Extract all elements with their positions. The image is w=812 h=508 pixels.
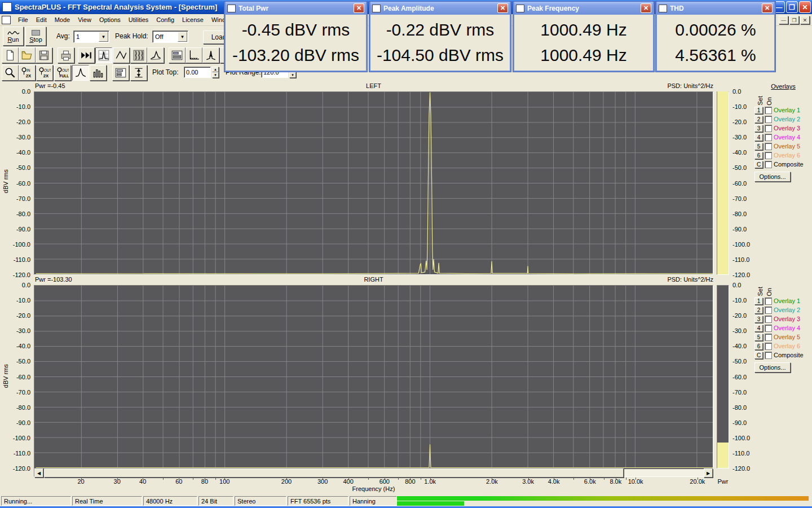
overlay-checkbox-4[interactable]	[765, 134, 772, 141]
meter-value-line2: 4.56361 %	[675, 42, 756, 68]
menu-license[interactable]: License	[178, 15, 208, 25]
stop-button[interactable]: Stop	[25, 27, 46, 46]
close-icon[interactable]: ✕	[354, 3, 364, 13]
overlay-label: Overlay 6	[774, 343, 800, 349]
avg-select[interactable]: 1 ▼	[73, 30, 109, 43]
peak-marker-icon	[205, 49, 217, 62]
overlay-checkbox-3[interactable]	[765, 125, 772, 132]
waveform-icon	[516, 5, 524, 12]
peak-marker-button[interactable]	[202, 47, 219, 63]
chevron-down-icon[interactable]: ▼	[178, 32, 187, 42]
waveform-view-button[interactable]	[113, 47, 130, 63]
overlay-checkbox-3[interactable]	[765, 316, 772, 323]
mdi-minimize-icon[interactable]: —	[779, 16, 788, 24]
print-button[interactable]	[58, 47, 74, 63]
zoom-out-2x-button[interactable]: OUT2X	[36, 65, 53, 81]
zoom-out-full-button[interactable]: OUTFULL	[54, 65, 71, 81]
overlay-checkbox-4[interactable]	[765, 325, 772, 332]
control-panel-button[interactable]	[169, 47, 186, 63]
scrollbar-thumb[interactable]	[44, 468, 624, 478]
run-button[interactable]: Run	[3, 27, 24, 46]
status-bar: Running...Real Time48000 Hz24 BitStereoF…	[0, 495, 812, 506]
overlay-set-button-2[interactable]: 2	[754, 116, 763, 123]
fast-forward-button[interactable]	[78, 47, 95, 63]
overlay-options-button[interactable]: Options...	[754, 172, 791, 182]
y-tick-label-right-plot: -70.0	[732, 389, 747, 396]
save-button[interactable]	[36, 47, 52, 63]
y-tick-label-right-plot: -70.0	[1, 389, 30, 396]
y-tick-label-left-plot: -100.0	[732, 241, 750, 248]
restore-icon[interactable]: ❐	[786, 1, 798, 13]
x-tick-mark	[626, 478, 626, 480]
overlay-set-button-3[interactable]: 3	[754, 125, 763, 132]
overlay-checkbox-5[interactable]	[765, 334, 772, 341]
zoom-in-2x-button[interactable]: IN2X	[19, 65, 36, 81]
menu-utilities[interactable]: Utilities	[125, 15, 152, 25]
peak-curve-button[interactable]	[72, 65, 89, 81]
settings-panel-button[interactable]	[112, 65, 129, 81]
plot-range-down-icon[interactable]: ▼	[289, 72, 296, 78]
close-icon[interactable]: ✕	[762, 3, 773, 13]
surface-view-button[interactable]	[147, 47, 164, 63]
peak-hold-select[interactable]: Off ▼	[152, 30, 188, 43]
zoom-tool-button[interactable]	[2, 65, 19, 81]
spectrogram-view-button[interactable]	[130, 47, 147, 63]
close-icon[interactable]: ✕	[497, 3, 508, 13]
overlay-set-button-1[interactable]: 1	[754, 297, 763, 305]
chevron-down-icon[interactable]: ▼	[99, 32, 108, 42]
menu-mode[interactable]: Mode	[51, 15, 74, 25]
menu-edit[interactable]: Edit	[32, 15, 51, 25]
overlay-set-button-5[interactable]: 5	[754, 143, 763, 150]
left-spectrum-plot[interactable]	[34, 91, 713, 275]
mdi-close-icon[interactable]: ✕	[800, 16, 810, 24]
svg-text:FULL: FULL	[60, 74, 69, 78]
scroll-left-icon[interactable]: ◀	[34, 468, 43, 478]
menu-config[interactable]: Config	[152, 15, 178, 25]
meter-value-line1: 0.00026 %	[675, 17, 756, 42]
new-file-button[interactable]	[2, 47, 19, 63]
menu-file[interactable]: File	[14, 15, 32, 25]
left-psd-label: PSD: Units^2/Hz	[34, 82, 713, 89]
scroll-right-icon[interactable]: ▶	[704, 468, 713, 478]
menu-options[interactable]: Options	[95, 15, 125, 25]
overlay-set-button-6[interactable]: 6	[754, 343, 763, 350]
overlay-set-button-5[interactable]: 5	[754, 334, 763, 341]
overlay-checkbox-c[interactable]	[765, 352, 772, 359]
vertical-fit-button[interactable]	[130, 65, 147, 81]
app-icon	[2, 2, 12, 12]
overlay-set-button-1[interactable]: 1	[754, 107, 763, 114]
overlay-set-button-4[interactable]: 4	[754, 325, 763, 332]
overlay-set-button-3[interactable]: 3	[754, 316, 763, 323]
overlay-checkbox-5[interactable]	[765, 143, 772, 150]
mdi-restore-icon[interactable]: ❐	[789, 16, 799, 24]
overlay-set-button-6[interactable]: 6	[754, 152, 763, 159]
overlay-checkbox-1[interactable]	[765, 297, 772, 305]
overlay-set-button-2[interactable]: 2	[754, 306, 763, 314]
y-tick-label-left-plot: -120.0	[1, 271, 30, 278]
frequency-scrollbar[interactable]: ◀ ▶	[34, 468, 713, 477]
overlay-checkbox-6[interactable]	[765, 343, 772, 350]
spectrum-view-button[interactable]	[95, 47, 112, 63]
y-tick-label-left-plot: -30.0	[732, 134, 747, 141]
right-spectrum-plot[interactable]	[34, 285, 713, 468]
bar-graph-button[interactable]	[90, 65, 107, 81]
overlay-set-button-c[interactable]: C	[754, 352, 763, 359]
close-icon[interactable]: ✕	[641, 3, 651, 13]
level-meter	[372, 496, 809, 506]
menu-view[interactable]: View	[74, 15, 95, 25]
axis-scale-button[interactable]	[186, 47, 202, 63]
plot-top-up-icon[interactable]: ▲	[212, 67, 219, 72]
overlay-set-button-c[interactable]: C	[754, 161, 763, 168]
overlay-checkbox-c[interactable]	[765, 161, 772, 168]
overlay-options-button[interactable]: Options...	[754, 362, 791, 373]
overlay-checkbox-1[interactable]	[765, 107, 772, 114]
close-icon[interactable]: ✕	[799, 1, 811, 13]
overlay-checkbox-2[interactable]	[765, 116, 772, 123]
x-tick-label: 4.0k	[548, 478, 560, 485]
open-file-button[interactable]	[19, 47, 36, 63]
plot-top-down-icon[interactable]: ▼	[212, 72, 219, 78]
overlay-checkbox-6[interactable]	[765, 152, 772, 159]
overlay-set-button-4[interactable]: 4	[754, 134, 763, 141]
plot-top-input[interactable]: 0.00	[184, 67, 211, 78]
overlay-checkbox-2[interactable]	[765, 306, 772, 314]
